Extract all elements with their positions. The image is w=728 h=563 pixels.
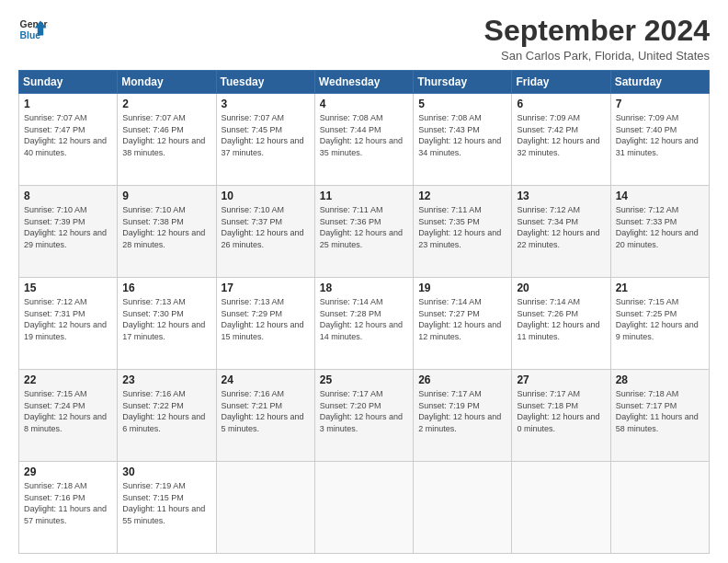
day-number: 9 (122, 190, 210, 202)
day-info: Sunrise: 7:19 AMSunset: 7:15 PMDaylight:… (122, 481, 205, 525)
table-row: 16 Sunrise: 7:13 AMSunset: 7:30 PMDaylig… (118, 278, 216, 370)
title-area: September 2024 San Carlos Park, Florida,… (484, 15, 710, 63)
table-row: 4 Sunrise: 7:08 AMSunset: 7:44 PMDayligh… (314, 94, 413, 186)
table-row: 13 Sunrise: 7:12 AMSunset: 7:34 PMDaylig… (512, 186, 610, 278)
table-row: 9 Sunrise: 7:10 AMSunset: 7:38 PMDayligh… (118, 186, 216, 278)
table-row: 23 Sunrise: 7:16 AMSunset: 7:22 PMDaylig… (118, 370, 216, 462)
table-row: 3 Sunrise: 7:07 AMSunset: 7:45 PMDayligh… (216, 94, 314, 186)
page: General Blue September 2024 San Carlos P… (0, 0, 728, 563)
day-number: 11 (320, 190, 408, 202)
location: San Carlos Park, Florida, United States (484, 49, 710, 63)
table-row: 15 Sunrise: 7:12 AMSunset: 7:31 PMDaylig… (19, 278, 118, 370)
day-number: 3 (222, 98, 310, 110)
day-info: Sunrise: 7:13 AMSunset: 7:29 PMDaylight:… (222, 297, 304, 341)
table-row: 26 Sunrise: 7:17 AMSunset: 7:19 PMDaylig… (414, 370, 512, 462)
calendar-week-row: 1 Sunrise: 7:07 AMSunset: 7:47 PMDayligh… (19, 94, 710, 186)
table-row (512, 462, 610, 554)
month-title: September 2024 (484, 15, 710, 47)
table-row (314, 462, 413, 554)
day-info: Sunrise: 7:14 AMSunset: 7:28 PMDaylight:… (320, 297, 403, 341)
day-number: 2 (122, 98, 210, 110)
col-thursday: Thursday (414, 71, 512, 94)
day-number: 12 (418, 190, 506, 202)
table-row: 18 Sunrise: 7:14 AMSunset: 7:28 PMDaylig… (314, 278, 413, 370)
day-number: 23 (122, 373, 210, 386)
day-info: Sunrise: 7:09 AMSunset: 7:40 PMDaylight:… (616, 113, 699, 157)
day-info: Sunrise: 7:16 AMSunset: 7:22 PMDaylight:… (122, 389, 205, 433)
day-number: 4 (320, 98, 408, 110)
col-tuesday: Tuesday (216, 71, 314, 94)
table-row: 28 Sunrise: 7:18 AMSunset: 7:17 PMDaylig… (610, 370, 709, 462)
day-number: 16 (122, 282, 210, 294)
table-row: 20 Sunrise: 7:14 AMSunset: 7:26 PMDaylig… (512, 278, 610, 370)
day-number: 26 (418, 373, 506, 386)
day-number: 29 (24, 465, 112, 478)
day-number: 17 (222, 282, 310, 294)
day-info: Sunrise: 7:07 AMSunset: 7:45 PMDaylight:… (222, 113, 304, 157)
day-info: Sunrise: 7:10 AMSunset: 7:37 PMDaylight:… (222, 205, 304, 249)
calendar-table: Sunday Monday Tuesday Wednesday Thursday… (18, 70, 710, 554)
table-row: 1 Sunrise: 7:07 AMSunset: 7:47 PMDayligh… (19, 94, 118, 186)
day-number: 6 (517, 98, 605, 110)
table-row: 29 Sunrise: 7:18 AMSunset: 7:16 PMDaylig… (19, 462, 118, 554)
day-info: Sunrise: 7:14 AMSunset: 7:26 PMDaylight:… (517, 297, 599, 341)
day-info: Sunrise: 7:12 AMSunset: 7:31 PMDaylight:… (24, 297, 107, 341)
day-info: Sunrise: 7:12 AMSunset: 7:33 PMDaylight:… (616, 205, 699, 249)
table-row: 25 Sunrise: 7:17 AMSunset: 7:20 PMDaylig… (314, 370, 413, 462)
table-row: 10 Sunrise: 7:10 AMSunset: 7:37 PMDaylig… (216, 186, 314, 278)
day-number: 21 (616, 282, 704, 294)
day-info: Sunrise: 7:08 AMSunset: 7:43 PMDaylight:… (418, 113, 501, 157)
table-row: 11 Sunrise: 7:11 AMSunset: 7:36 PMDaylig… (314, 186, 413, 278)
day-number: 5 (418, 98, 506, 110)
day-info: Sunrise: 7:09 AMSunset: 7:42 PMDaylight:… (517, 113, 599, 157)
day-info: Sunrise: 7:11 AMSunset: 7:35 PMDaylight:… (418, 205, 501, 249)
col-monday: Monday (118, 71, 216, 94)
day-number: 18 (320, 282, 408, 294)
day-info: Sunrise: 7:10 AMSunset: 7:39 PMDaylight:… (24, 205, 107, 249)
table-row: 30 Sunrise: 7:19 AMSunset: 7:15 PMDaylig… (118, 462, 216, 554)
day-number: 22 (24, 373, 112, 386)
day-info: Sunrise: 7:11 AMSunset: 7:36 PMDaylight:… (320, 205, 403, 249)
day-number: 30 (122, 465, 210, 478)
day-number: 20 (517, 282, 605, 294)
table-row: 2 Sunrise: 7:07 AMSunset: 7:46 PMDayligh… (118, 94, 216, 186)
day-info: Sunrise: 7:07 AMSunset: 7:46 PMDaylight:… (122, 113, 205, 157)
col-saturday: Saturday (610, 71, 709, 94)
day-info: Sunrise: 7:13 AMSunset: 7:30 PMDaylight:… (122, 297, 205, 341)
day-info: Sunrise: 7:12 AMSunset: 7:34 PMDaylight:… (517, 205, 599, 249)
day-number: 10 (222, 190, 310, 202)
table-row: 8 Sunrise: 7:10 AMSunset: 7:39 PMDayligh… (19, 186, 118, 278)
day-info: Sunrise: 7:18 AMSunset: 7:16 PMDaylight:… (24, 481, 107, 525)
day-number: 14 (616, 190, 704, 202)
day-info: Sunrise: 7:08 AMSunset: 7:44 PMDaylight:… (320, 113, 403, 157)
table-row: 6 Sunrise: 7:09 AMSunset: 7:42 PMDayligh… (512, 94, 610, 186)
calendar-week-row: 8 Sunrise: 7:10 AMSunset: 7:39 PMDayligh… (19, 186, 710, 278)
calendar-week-row: 22 Sunrise: 7:15 AMSunset: 7:24 PMDaylig… (19, 370, 710, 462)
day-info: Sunrise: 7:10 AMSunset: 7:38 PMDaylight:… (122, 205, 205, 249)
table-row: 24 Sunrise: 7:16 AMSunset: 7:21 PMDaylig… (216, 370, 314, 462)
table-row: 14 Sunrise: 7:12 AMSunset: 7:33 PMDaylig… (610, 186, 709, 278)
table-row: 19 Sunrise: 7:14 AMSunset: 7:27 PMDaylig… (414, 278, 512, 370)
day-number: 28 (616, 373, 704, 386)
table-row: 17 Sunrise: 7:13 AMSunset: 7:29 PMDaylig… (216, 278, 314, 370)
day-number: 24 (222, 373, 310, 386)
day-info: Sunrise: 7:14 AMSunset: 7:27 PMDaylight:… (418, 297, 501, 341)
day-info: Sunrise: 7:17 AMSunset: 7:20 PMDaylight:… (320, 389, 403, 433)
calendar-week-row: 29 Sunrise: 7:18 AMSunset: 7:16 PMDaylig… (19, 462, 710, 554)
table-row: 21 Sunrise: 7:15 AMSunset: 7:25 PMDaylig… (610, 278, 709, 370)
day-info: Sunrise: 7:18 AMSunset: 7:17 PMDaylight:… (616, 389, 699, 433)
day-number: 19 (418, 282, 506, 294)
day-info: Sunrise: 7:16 AMSunset: 7:21 PMDaylight:… (222, 389, 304, 433)
table-row (414, 462, 512, 554)
day-number: 13 (517, 190, 605, 202)
table-row: 12 Sunrise: 7:11 AMSunset: 7:35 PMDaylig… (414, 186, 512, 278)
header: General Blue September 2024 San Carlos P… (18, 15, 710, 63)
col-wednesday: Wednesday (314, 71, 413, 94)
day-info: Sunrise: 7:17 AMSunset: 7:19 PMDaylight:… (418, 389, 501, 433)
table-row: 7 Sunrise: 7:09 AMSunset: 7:40 PMDayligh… (610, 94, 709, 186)
table-row: 27 Sunrise: 7:17 AMSunset: 7:18 PMDaylig… (512, 370, 610, 462)
calendar-week-row: 15 Sunrise: 7:12 AMSunset: 7:31 PMDaylig… (19, 278, 710, 370)
table-row: 5 Sunrise: 7:08 AMSunset: 7:43 PMDayligh… (414, 94, 512, 186)
col-friday: Friday (512, 71, 610, 94)
day-info: Sunrise: 7:15 AMSunset: 7:25 PMDaylight:… (616, 297, 699, 341)
